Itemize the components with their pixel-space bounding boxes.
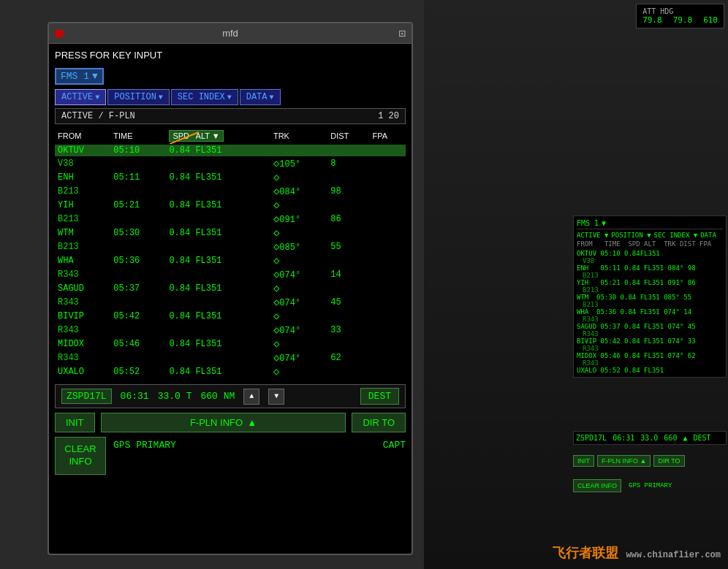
fpa-blank — [369, 364, 406, 378]
table-row: BIVIP 05:42 0.84 FL351 ◇ — [55, 309, 406, 323]
mini-tab-data: DATA — [700, 232, 716, 239]
mini-init-btn[interactable]: INIT — [573, 455, 594, 467]
table-row: ENH 05:11 0.84 FL351 ◇ — [55, 170, 406, 184]
dir-to-button[interactable]: DIR TO — [352, 413, 406, 432]
dist-value: 62 — [327, 351, 369, 364]
fpa-blank — [369, 295, 406, 309]
diamond-icon: ◇ — [273, 199, 279, 211]
fms-mini-row-oktuv: OKTUV 05:10 0.84FL351 — [577, 250, 723, 257]
mini-dest: ZSPD17L — [576, 434, 607, 442]
watermark-text: 飞行者联盟 — [553, 546, 618, 561]
flight-table: FROM TIME SPD ALT — [55, 129, 406, 378]
mini-clear-btn[interactable]: CLEAR INFO — [573, 479, 621, 492]
fms-mini-row-b213b: B213 — [577, 286, 723, 294]
att-hdg-values: 79.8 79.8 610 — [642, 15, 718, 25]
tab-active-arrow: ▼ — [95, 93, 99, 102]
table-row: MIDOX 05:46 0.84 FL351 ◇ — [55, 337, 406, 351]
watermark-url: www.chinaflier.com — [626, 550, 721, 560]
init-button[interactable]: INIT — [55, 413, 95, 432]
att-value-1: 79.8 — [642, 15, 662, 25]
fms-mini-header: FMS 1 ▼ — [577, 219, 723, 229]
trk-diamond — [270, 145, 327, 156]
tab-position[interactable]: POSITION ▼ — [107, 89, 170, 105]
table-row: SAGUD 05:37 0.84 FL351 ◇ — [55, 281, 406, 295]
fpln-info-button[interactable]: F-PLN INFO ▲ — [101, 413, 346, 432]
diamond-icon: ◇ — [273, 352, 279, 364]
scroll-down-button[interactable]: ▼ — [268, 389, 284, 405]
col-spd-label: SPD — [172, 131, 189, 140]
mini-tab-active: ACTIVE ▼ — [577, 232, 608, 239]
trk-diamond: ◇ — [270, 226, 327, 240]
trk-value: ◇074° — [270, 323, 327, 337]
diamond-icon: ◇ — [273, 255, 279, 267]
trk-diamond: ◇ — [270, 281, 327, 295]
dest-temp: 33.0 T — [158, 391, 192, 402]
mini-dest-btn[interactable]: DEST — [693, 434, 710, 442]
mini-arrow-up[interactable]: ▲ — [683, 434, 687, 442]
tab-sec-index-label: SEC INDEX — [178, 92, 225, 102]
trk-value: ◇085° — [270, 240, 327, 253]
bottom-status-row: ZSPD17L 06:31 33.0 T 660 NM ▲ ▼ DEST — [55, 384, 406, 408]
spd-alt-value: 0.84 FL351 — [166, 170, 270, 184]
spd-alt-value: 0.84 FL351 — [166, 281, 270, 295]
dist-value: 86 — [327, 212, 369, 226]
spd-alt-blank — [166, 212, 270, 226]
dist-value: 98 — [327, 184, 369, 198]
bottom-action-buttons: INIT F-PLN INFO ▲ DIR TO — [55, 413, 406, 432]
scroll-up-button[interactable]: ▲ — [243, 389, 259, 405]
fms-mini-row-enh: ENH 05:11 0.84 FL351 084° 98 — [577, 264, 723, 272]
tab-active[interactable]: ACTIVE ▼ — [55, 89, 106, 105]
time-value: 05:36 — [110, 253, 166, 267]
fms-mini-row-uxalo: UXALO 05:52 0.84 FL351 — [577, 367, 723, 374]
spd-alt-blank — [166, 323, 270, 337]
trk-value: ◇084° — [270, 184, 327, 198]
fpa-blank — [369, 337, 406, 351]
att-value-3: 610 — [703, 15, 718, 25]
fpa-blank — [369, 226, 406, 240]
gps-primary-label: GPS PRIMARY — [113, 437, 176, 451]
spd-alt-value: 0.84 FL351 — [166, 337, 270, 351]
mfd-content-area: PRESS FOR KEY INPUT FMS 1 ▼ ACTIVE ▼ POS… — [49, 44, 412, 481]
trk-diamond: ◇ — [270, 309, 327, 323]
table-row: B213 ◇091° 86 — [55, 212, 406, 226]
dest-button[interactable]: DEST — [360, 388, 399, 405]
fpln-info-label: F-PLN INFO — [190, 417, 243, 428]
nav-tabs: ACTIVE ▼ POSITION ▼ SEC INDEX ▼ DATA ▼ — [55, 89, 406, 105]
dist-blank — [327, 309, 369, 323]
dest-dist: 660 NM — [200, 391, 235, 402]
table-row: V38 ◇105° 8 — [55, 156, 406, 170]
tab-data[interactable]: DATA ▼ — [240, 89, 281, 105]
table-row: R343 ◇074° 33 — [55, 323, 406, 337]
spd-alt-blank — [166, 295, 270, 309]
fms-mini-display: FMS 1 ▼ ACTIVE ▼ POSITION ▼ SEC INDEX ▼ … — [573, 215, 727, 378]
mfd-red-dot — [55, 29, 64, 38]
dist-value: 14 — [327, 267, 369, 281]
sub-waypoint: R343 — [55, 267, 166, 281]
waypoint-name: SAGUD — [55, 281, 110, 295]
fms-mini-bottom-status: ZSPD17L 06:31 33.0 660 ▲ DEST — [573, 431, 727, 445]
time-value: 05:42 — [110, 309, 166, 323]
col-fpa: FPA — [369, 129, 406, 145]
spd-alt-dropdown[interactable]: SPD ALT ▼ — [169, 130, 223, 142]
diamond-icon: ◇ — [273, 297, 279, 308]
diamond-icon: ◇ — [273, 227, 279, 239]
dist-value — [327, 145, 369, 156]
table-row: B213 ◇084° 98 — [55, 184, 406, 198]
dist-blank — [327, 337, 369, 351]
trk-value: ◇074° — [270, 295, 327, 309]
clear-info-button[interactable]: CLEAR INFO — [55, 437, 106, 475]
fms-mini-tabs: ACTIVE ▼ POSITION ▼ SEC INDEX ▼ DATA — [577, 232, 723, 239]
mini-gps-label: GPS PRIMARY — [629, 482, 672, 489]
fms-dropdown[interactable]: FMS 1 ▼ — [55, 68, 104, 85]
mini-fpln-btn[interactable]: F-PLN INFO ▲ — [597, 455, 651, 467]
fpa-blank — [369, 198, 406, 212]
tab-sec-index[interactable]: SEC INDEX ▼ — [171, 89, 238, 105]
mini-dirto-btn[interactable]: DIR TO — [653, 455, 684, 467]
trk-diamond: ◇ — [270, 253, 327, 267]
time-value: 05:10 — [110, 145, 166, 156]
fms-mini-col-headers: FROM TIME SPD ALT TRK DIST FPA — [577, 240, 723, 248]
fms-mini-clear: CLEAR INFO GPS PRIMARY — [573, 479, 727, 492]
mfd-close-icon[interactable]: ⊡ — [398, 26, 406, 41]
fpa-blank — [369, 351, 406, 364]
dist-blank — [327, 226, 369, 240]
